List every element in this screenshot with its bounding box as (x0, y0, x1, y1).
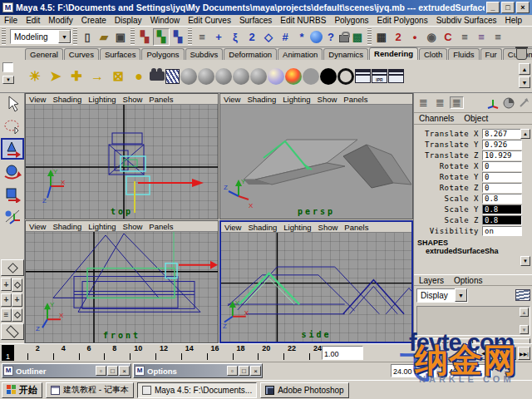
scale-tool-button[interactable] (1, 183, 24, 204)
options-menu[interactable]: Options (449, 276, 487, 285)
material-sphere-black-icon[interactable] (320, 68, 337, 85)
viewport-menu-item[interactable]: Panels (145, 95, 176, 104)
material-sphere-icon[interactable] (180, 68, 197, 85)
trash-icon[interactable] (516, 48, 527, 60)
playback-end-field[interactable] (391, 364, 436, 377)
shelf-tab[interactable]: Subdivs (185, 48, 224, 60)
menu-item[interactable]: Edit NURBS (276, 16, 330, 25)
shelf-tab[interactable]: Cloth (419, 48, 447, 60)
save-scene-icon[interactable]: ▣ (112, 28, 129, 46)
shelf-toggle-box[interactable] (2, 62, 13, 72)
shelf-tab[interactable]: Surfaces (100, 48, 141, 60)
menu-item[interactable]: Edit (22, 16, 44, 25)
playback-button[interactable]: ▶ (490, 347, 503, 360)
viewport-menu-item[interactable]: View (26, 95, 49, 104)
menu-item[interactable]: Display (111, 16, 146, 25)
playback-button[interactable]: ◀◀ (464, 347, 476, 360)
restore-icon[interactable]: ▫ (227, 366, 238, 376)
viewport-menu-item[interactable]: Shading (244, 95, 279, 104)
viewport-menu-item[interactable]: Lighting (280, 223, 314, 232)
material-sphere-icon[interactable] (233, 68, 249, 85)
channels-menu[interactable]: Channels (414, 114, 459, 123)
layout-pane-button[interactable]: + (1, 278, 12, 291)
menu-item[interactable]: Subdiv Surfaces (432, 16, 501, 25)
snap-curve-magnet-icon[interactable]: 2 (390, 28, 406, 46)
channel-label[interactable]: Scale Z (414, 216, 482, 224)
directional-light-icon[interactable]: → (87, 66, 107, 87)
layers-menu[interactable]: Layers (414, 276, 449, 285)
maximize-icon[interactable]: □ (107, 366, 118, 376)
viewport-menu-item[interactable]: Show (314, 95, 341, 104)
scroll-up-icon[interactable]: ▲ (520, 308, 529, 317)
menu-item[interactable]: Edit Polygons (373, 16, 432, 25)
lasso-tool-button[interactable] (1, 116, 24, 137)
menu-item[interactable]: Edit Curves (184, 16, 235, 25)
select-by-hierarchy-icon[interactable]: ▚ (136, 28, 153, 46)
point-light-icon[interactable]: ☀ (25, 66, 45, 87)
render-layer-icon[interactable] (165, 69, 180, 84)
snap-to-points-icon[interactable]: 2 (244, 28, 260, 46)
layout-single-pane-button[interactable] (1, 259, 24, 276)
scroll-up-icon[interactable]: ▲ (520, 129, 530, 139)
material-sphere-flat-icon[interactable] (303, 68, 319, 85)
snap-to-grids-icon[interactable]: + (210, 28, 227, 46)
channel-label[interactable]: Translate X (414, 130, 482, 138)
camera-icon[interactable] (150, 71, 165, 81)
channel-label[interactable]: Rotate Z (414, 184, 482, 192)
select-by-component-icon[interactable]: ▚ (170, 28, 186, 46)
viewport-menu-item[interactable]: View (220, 95, 244, 104)
viewport-menu-item[interactable]: Show (315, 223, 342, 232)
material-sphere-icon[interactable] (250, 68, 267, 85)
channel-label[interactable]: Visibility (414, 227, 482, 235)
snap-to-planes-icon[interactable]: ◇ (260, 28, 277, 46)
show-layer-editor-icon[interactable]: ≣ (433, 96, 447, 109)
toolbar-divider[interactable] (131, 28, 135, 45)
close-icon[interactable]: × (119, 366, 130, 376)
shape-name[interactable]: extrudedSurfaceSha (414, 247, 532, 255)
minimized-outliner-window[interactable]: M Outliner ▫ □ × (2, 363, 131, 378)
shelf-scroll-up-icon[interactable]: ▲ (519, 63, 530, 75)
toolbar-drag-handle[interactable] (73, 28, 77, 45)
channel-label[interactable]: Scale X (414, 195, 482, 203)
viewport-front[interactable]: ViewShadingLightingShowPanels (25, 220, 219, 343)
viewport-menu-item[interactable]: Shading (49, 95, 85, 104)
render-globals-sphere-icon[interactable] (310, 31, 323, 43)
viewport-menu-item[interactable]: View (221, 223, 244, 232)
taskbar-task-button[interactable]: Maya 4.5: F:\Documents... (137, 382, 257, 398)
pie-icon[interactable] (503, 97, 515, 109)
minimized-options-window[interactable]: M Options ▫ □ × (133, 363, 263, 378)
field-entry-icon-2[interactable]: ≡ (473, 28, 490, 46)
taskbar-task-button[interactable]: 建筑教程 - 记事本 (46, 382, 134, 398)
channel-value-field[interactable]: 10.929 (482, 150, 522, 160)
area-light-icon[interactable]: ⊠ (108, 66, 128, 87)
channel-value-field[interactable]: 0 (482, 172, 522, 182)
viewport-top[interactable]: ViewShadingLightingShowPanels (25, 93, 219, 219)
current-frame-indicator[interactable]: 1 (2, 345, 14, 361)
layout-pane-button[interactable] (12, 278, 22, 292)
make-live-magnet-icon[interactable]: C (440, 28, 456, 46)
shelf-tab[interactable]: Animation (278, 48, 323, 60)
shelf-menu-arrow-icon[interactable]: ▼ (2, 76, 14, 84)
scroll-down-icon[interactable]: ▼ (520, 256, 530, 266)
playback-button[interactable]: ◀ (477, 347, 490, 360)
viewport-menu-item[interactable]: Panels (340, 95, 371, 104)
shelf-tab[interactable]: Curves (64, 48, 99, 60)
shelf-tab[interactable]: Rendering (369, 47, 418, 60)
layout-pane-button[interactable]: + (1, 293, 12, 307)
shelf-tab[interactable]: Deformation (224, 48, 277, 60)
layer-list[interactable]: ▲ ▼ (416, 306, 530, 336)
construction-history-icon[interactable]: * (293, 28, 310, 46)
viewport-persp[interactable]: ViewShadingLightingShowPanels Y Z X (219, 93, 413, 219)
menu-item[interactable]: Surfaces (235, 16, 276, 25)
toolbar-drag-handle[interactable] (2, 28, 6, 45)
go-to-end-button[interactable]: ▶▶| (518, 347, 530, 360)
channel-value-field[interactable]: 0.8 (482, 215, 522, 225)
arrow-up-right-icon[interactable] (518, 97, 530, 109)
layout-pane-button[interactable]: + (12, 293, 22, 307)
render-current-frame-icon[interactable] (388, 69, 404, 83)
material-sphere-icon[interactable] (198, 68, 214, 85)
move-tool-button[interactable] (1, 138, 24, 160)
ambient-light-icon[interactable]: ✚ (66, 66, 86, 87)
toolbar-divider[interactable] (367, 28, 372, 45)
input-line-icon[interactable]: ≡ (194, 28, 210, 46)
